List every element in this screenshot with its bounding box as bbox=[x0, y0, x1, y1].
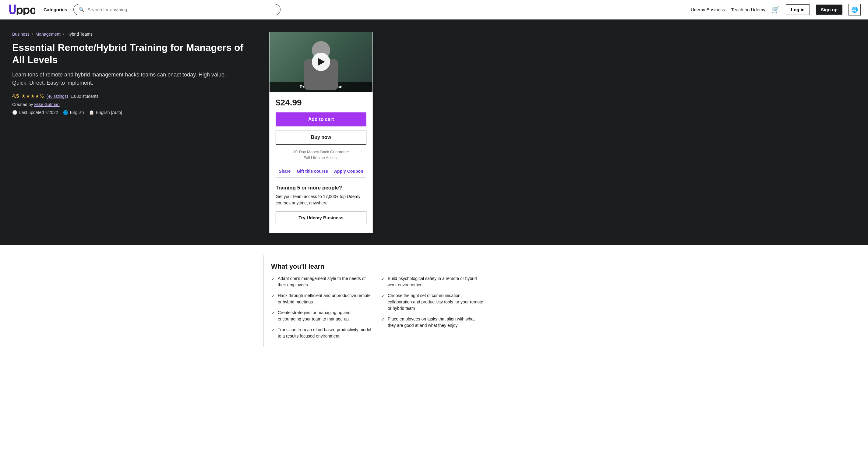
navbar: Categories 🔍 Udemy Business Teach on Ude… bbox=[0, 0, 868, 20]
globe-icon: 🌐 bbox=[851, 6, 858, 13]
rating-number: 4.5 bbox=[12, 94, 19, 99]
check-icon: ✓ bbox=[271, 293, 275, 300]
course-subtitle: Learn tons of remote and hybrid manageme… bbox=[12, 71, 231, 87]
breadcrumb-hybrid-teams: Hybrid Teams bbox=[67, 32, 93, 36]
hero-content: Business › Management › Hybrid Teams Ess… bbox=[12, 32, 262, 233]
learn-items-left: ✓ Adapt one's management style to the ne… bbox=[271, 275, 374, 339]
list-item: ✓ Build psychological safety in a remote… bbox=[381, 275, 484, 288]
card-body: $24.99 Add to cart Buy now 30-Day Money-… bbox=[270, 92, 372, 233]
teach-link[interactable]: Teach on Udemy bbox=[731, 7, 765, 12]
breadcrumb-management[interactable]: Management bbox=[36, 32, 61, 36]
globe2-icon: 🌐 bbox=[63, 110, 68, 115]
card-actions: Share Gift this course Apply Coupon bbox=[276, 165, 366, 178]
hero-section: Business › Management › Hybrid Teams Ess… bbox=[0, 20, 868, 245]
captions-icon: 📋 bbox=[89, 110, 94, 115]
list-item: ✓ Place employees on tasks that align wi… bbox=[381, 316, 484, 329]
rating-link[interactable]: (46 ratings) bbox=[46, 94, 68, 99]
add-to-cart-button[interactable]: Add to cart bbox=[276, 113, 366, 126]
breadcrumb-business[interactable]: Business bbox=[12, 32, 30, 36]
play-button[interactable] bbox=[312, 53, 330, 71]
course-price: $24.99 bbox=[276, 98, 366, 108]
last-updated: 🕐 Last updated 7/2022 bbox=[12, 110, 58, 115]
share-link[interactable]: Share bbox=[279, 169, 290, 174]
learn-items-right: ✓ Build psychological safety in a remote… bbox=[381, 275, 484, 339]
lifetime-access: Full Lifetime Access bbox=[276, 155, 366, 160]
check-icon: ✓ bbox=[381, 276, 385, 282]
language: 🌐 English bbox=[63, 110, 84, 115]
check-icon: ✓ bbox=[271, 327, 275, 334]
check-icon: ✓ bbox=[381, 293, 385, 300]
check-icon: ✓ bbox=[381, 316, 385, 323]
signup-button[interactable]: Sign up bbox=[816, 5, 842, 14]
udemy-logo[interactable] bbox=[7, 5, 35, 15]
right-spacer bbox=[501, 255, 604, 354]
training-title: Training 5 or more people? bbox=[276, 185, 366, 191]
categories-button[interactable]: Categories bbox=[42, 5, 68, 14]
training-desc: Get your team access to 17,000+ top Udem… bbox=[276, 193, 366, 206]
list-item: ✓ Create strategies for managing up and … bbox=[271, 309, 374, 322]
list-item: ✓ Hack through inefficient and unproduct… bbox=[271, 293, 374, 305]
gift-link[interactable]: Gift this course bbox=[297, 169, 328, 174]
clock-icon: 🕐 bbox=[12, 110, 18, 115]
course-preview[interactable]: Preview this course bbox=[270, 32, 372, 92]
navbar-right: Udemy Business Teach on Udemy 🛒 Log in S… bbox=[691, 4, 861, 16]
apply-coupon-link[interactable]: Apply Coupon bbox=[334, 169, 363, 174]
training-section: Training 5 or more people? Get your team… bbox=[276, 185, 366, 227]
course-title: Essential Remote/Hybrid Training for Man… bbox=[12, 41, 244, 66]
search-icon: 🔍 bbox=[79, 7, 85, 12]
search-bar[interactable]: 🔍 bbox=[73, 4, 280, 15]
breadcrumb: Business › Management › Hybrid Teams bbox=[12, 32, 262, 36]
hero-meta: 🕐 Last updated 7/2022 🌐 English 📋 Englis… bbox=[12, 110, 262, 115]
star-icons: ★★★★½ bbox=[21, 93, 44, 99]
login-button[interactable]: Log in bbox=[786, 4, 810, 15]
main-content: What you'll learn ✓ Adapt one's manageme… bbox=[251, 245, 617, 364]
breadcrumb-sep-1: › bbox=[32, 32, 33, 36]
left-column: What you'll learn ✓ Adapt one's manageme… bbox=[264, 255, 491, 354]
list-item: ✓ Choose the right set of communication,… bbox=[381, 293, 484, 312]
check-icon: ✓ bbox=[271, 310, 275, 316]
list-item: ✓ Transition from an effort based produc… bbox=[271, 327, 374, 339]
creator-row: Created by Mike Gutman bbox=[12, 102, 262, 107]
language-button[interactable]: 🌐 bbox=[848, 4, 861, 16]
course-card: Preview this course $24.99 Add to cart B… bbox=[269, 32, 373, 233]
rating-row: 4.5 ★★★★½ (46 ratings) 1,032 students bbox=[12, 93, 262, 99]
money-back-guarantee: 30-Day Money-Back Guarantee bbox=[276, 150, 366, 154]
learn-box: What you'll learn ✓ Adapt one's manageme… bbox=[264, 255, 491, 347]
buy-now-button[interactable]: Buy now bbox=[276, 130, 366, 145]
cart-icon[interactable]: 🛒 bbox=[771, 6, 780, 14]
check-icon: ✓ bbox=[271, 276, 275, 282]
creator-link[interactable]: Mike Gutman bbox=[34, 102, 59, 107]
captions: 📋 English [Auto] bbox=[89, 110, 122, 115]
learn-grid: ✓ Adapt one's management style to the ne… bbox=[271, 275, 484, 339]
try-business-button[interactable]: Try Udemy Business bbox=[276, 211, 366, 224]
student-count: 1,032 students bbox=[70, 94, 98, 99]
udemy-business-link[interactable]: Udemy Business bbox=[691, 7, 725, 12]
search-input[interactable] bbox=[88, 7, 275, 12]
list-item: ✓ Adapt one's management style to the ne… bbox=[271, 275, 374, 288]
learn-title: What you'll learn bbox=[271, 263, 484, 271]
breadcrumb-sep-2: › bbox=[63, 32, 64, 36]
